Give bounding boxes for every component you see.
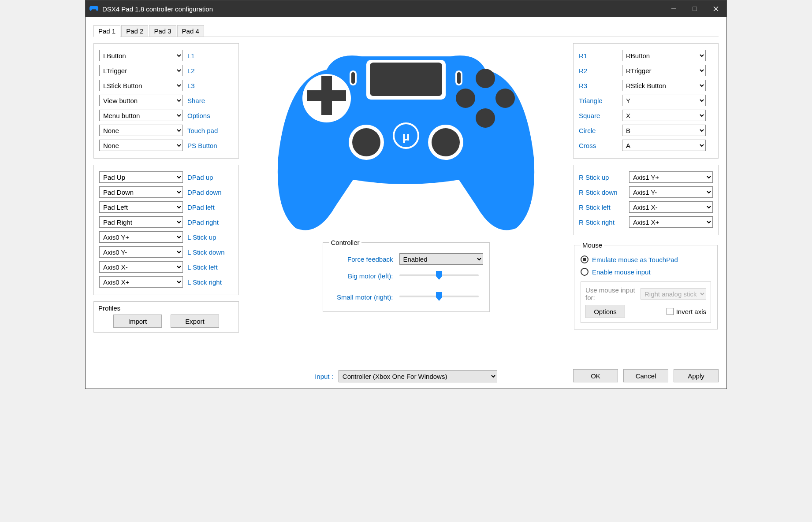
radio-icon xyxy=(581,255,589,263)
cancel-button[interactable]: Cancel xyxy=(623,369,668,382)
controller-image: μ xyxy=(274,43,538,233)
right2-select-2[interactable]: Axis1 X- xyxy=(629,201,713,213)
left1-label-0: L1 xyxy=(187,52,195,59)
right2-select-0[interactable]: Axis1 Y+ xyxy=(629,171,713,183)
left2-select-4[interactable]: Axis0 Y+ xyxy=(99,231,183,243)
left-mapping-box-1: LButtonL1LTriggerL2LStick ButtonL3View b… xyxy=(93,43,239,159)
mapping-row: Pad DownDPad down xyxy=(99,185,233,200)
left2-select-2[interactable]: Pad Left xyxy=(99,201,183,213)
mapping-row: R2RTrigger xyxy=(579,63,713,78)
main-grid: LButtonL1LTriggerL2LStick ButtonL3View b… xyxy=(93,43,719,382)
left2-select-3[interactable]: Pad Right xyxy=(99,216,183,228)
right1-label-2: R3 xyxy=(579,82,618,89)
controller-legend: Controller xyxy=(329,239,361,246)
mouse-group: Mouse Emulate mouse as TouchPad Enable m… xyxy=(574,241,718,329)
mapping-row: TriangleY xyxy=(579,93,713,108)
svg-rect-9 xyxy=(457,72,461,84)
right-mapping-box-1: R1RButtonR2RTriggerR3RStick ButtonTriang… xyxy=(573,43,719,159)
mapping-row: LTriggerL2 xyxy=(99,63,233,78)
force-feedback-label: Force feedback xyxy=(329,255,393,263)
left1-select-3[interactable]: View button xyxy=(99,95,183,106)
mapping-row: R Stick rightAxis1 X+ xyxy=(579,215,713,230)
minimize-button[interactable] xyxy=(663,0,684,17)
mapping-row: CrossA xyxy=(579,138,713,153)
mapping-row: View buttonShare xyxy=(99,93,233,108)
small-motor-slider[interactable] xyxy=(399,290,479,304)
left1-select-2[interactable]: LStick Button xyxy=(99,80,183,91)
right-mapping-box-2: R Stick upAxis1 Y+R Stick downAxis1 Y-R … xyxy=(573,165,719,235)
mouse-options-button[interactable]: Options xyxy=(585,305,625,318)
left1-label-1: L2 xyxy=(187,67,195,74)
tab-pad4[interactable]: Pad 4 xyxy=(177,25,204,37)
mapping-row: R Stick downAxis1 Y- xyxy=(579,185,713,200)
mapping-row: R3RStick Button xyxy=(579,78,713,93)
left1-select-6[interactable]: None xyxy=(99,140,183,151)
force-feedback-select[interactable]: Enabled xyxy=(399,253,483,265)
invert-axis-checkbox[interactable] xyxy=(667,308,674,315)
left1-select-4[interactable]: Menu button xyxy=(99,110,183,121)
tab-pad1[interactable]: Pad 1 xyxy=(93,25,120,37)
right1-select-0[interactable]: RButton xyxy=(622,50,706,61)
mapping-row: R1RButton xyxy=(579,48,713,63)
use-mouse-select: Right analog stick xyxy=(641,288,706,300)
mapping-row: Pad UpDPad up xyxy=(99,170,233,185)
right-column: R1RButtonR2RTriggerR3RStick ButtonTriang… xyxy=(573,43,719,382)
tab-pad3[interactable]: Pad 3 xyxy=(149,25,176,37)
right2-select-1[interactable]: Axis1 Y- xyxy=(629,186,713,198)
left2-select-6[interactable]: Axis0 X- xyxy=(99,261,183,273)
mapping-row: SquareX xyxy=(579,108,713,123)
right2-label-3: R Stick right xyxy=(579,218,625,226)
tab-pad2[interactable]: Pad 2 xyxy=(121,25,148,37)
use-mouse-label: Use mouse input for: xyxy=(585,286,636,301)
svg-rect-5 xyxy=(370,63,442,96)
big-motor-slider[interactable] xyxy=(399,269,479,282)
export-button[interactable]: Export xyxy=(171,315,219,328)
right2-select-3[interactable]: Axis1 X+ xyxy=(629,216,713,228)
right1-select-6[interactable]: A xyxy=(622,140,706,151)
controller-group: Controller Force feedback Enabled Big mo… xyxy=(323,239,490,312)
left2-select-1[interactable]: Pad Down xyxy=(99,186,183,198)
input-select[interactable]: Controller (Xbox One For Windows) xyxy=(339,370,497,382)
center-column: μ Controller Force feedback Enabled Big … xyxy=(245,43,567,382)
left1-select-1[interactable]: LTrigger xyxy=(99,65,183,76)
svg-text:μ: μ xyxy=(402,130,410,143)
right1-select-5[interactable]: B xyxy=(622,125,706,136)
left2-label-7: L Stick right xyxy=(187,278,222,286)
left2-select-0[interactable]: Pad Up xyxy=(99,171,183,183)
mapping-row: Axis0 Y-L Stick down xyxy=(99,244,233,259)
close-button[interactable] xyxy=(705,0,726,17)
right1-select-3[interactable]: Y xyxy=(622,95,706,106)
import-button[interactable]: Import xyxy=(113,315,162,328)
left2-label-5: L Stick down xyxy=(187,248,225,256)
right2-label-2: R Stick left xyxy=(579,204,625,211)
maximize-button[interactable] xyxy=(684,0,705,17)
titlebar: DSX4 Pad 1.8 controller configuration xyxy=(86,0,726,17)
right1-select-2[interactable]: RStick Button xyxy=(622,80,706,91)
left1-select-0[interactable]: LButton xyxy=(99,50,183,61)
left-column: LButtonL1LTriggerL2LStick ButtonL3View b… xyxy=(93,43,239,382)
profiles-box: Profiles Import Export xyxy=(93,301,239,333)
left2-select-5[interactable]: Axis0 Y- xyxy=(99,246,183,258)
mapping-row: NonePS Button xyxy=(99,138,233,153)
svg-point-11 xyxy=(476,69,495,88)
right1-select-1[interactable]: RTrigger xyxy=(622,65,706,76)
mouse-option-input[interactable]: Enable mouse input xyxy=(581,266,711,278)
window-title: DSX4 Pad 1.8 controller configuration xyxy=(102,5,663,13)
left1-label-5: Touch pad xyxy=(187,127,218,134)
mapping-row: R Stick leftAxis1 X- xyxy=(579,200,713,215)
svg-point-12 xyxy=(456,89,475,108)
left2-select-7[interactable]: Axis0 X+ xyxy=(99,276,183,288)
mapping-row: R Stick upAxis1 Y+ xyxy=(579,170,713,185)
apply-button[interactable]: Apply xyxy=(674,369,719,382)
left1-label-4: Options xyxy=(187,112,210,119)
right1-select-4[interactable]: X xyxy=(622,110,706,121)
mapping-row: Pad LeftDPad left xyxy=(99,200,233,215)
left1-label-3: Share xyxy=(187,97,205,104)
left2-label-2: DPad left xyxy=(187,204,215,211)
left1-select-5[interactable]: None xyxy=(99,125,183,136)
radio-icon xyxy=(581,268,589,276)
mouse-option-touchpad[interactable]: Emulate mouse as TouchPad xyxy=(581,253,711,266)
ok-button[interactable]: OK xyxy=(573,369,618,382)
mapping-row: CircleB xyxy=(579,123,713,138)
svg-rect-7 xyxy=(351,72,355,84)
